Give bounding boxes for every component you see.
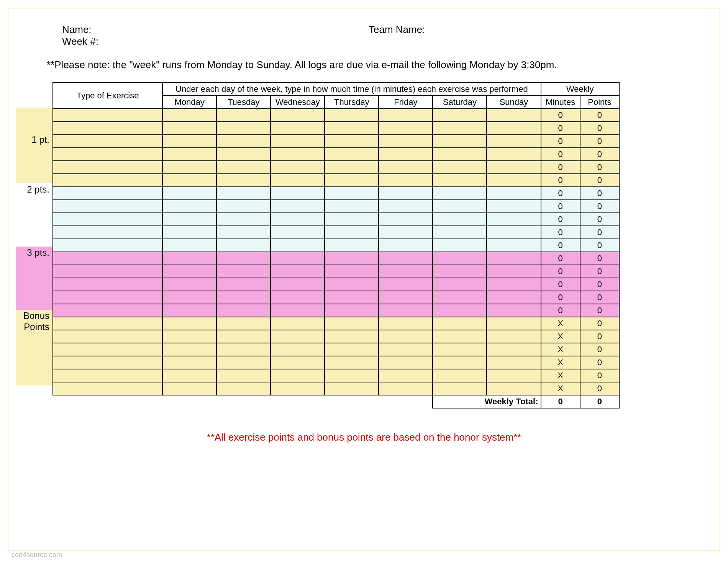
exercise-cell[interactable] [53,278,162,291]
day-cell[interactable] [216,278,271,291]
day-cell[interactable] [433,382,487,395]
day-cell[interactable] [487,148,541,161]
day-cell[interactable] [271,213,325,226]
day-cell[interactable] [271,304,325,317]
day-cell[interactable] [379,200,433,213]
day-cell[interactable] [162,239,216,252]
day-cell[interactable] [216,174,271,187]
day-cell[interactable] [379,330,433,343]
day-cell[interactable] [379,252,433,265]
exercise-cell[interactable] [53,304,162,317]
day-cell[interactable] [487,122,541,135]
exercise-cell[interactable] [53,356,162,369]
day-cell[interactable] [162,122,216,135]
day-cell[interactable] [379,135,433,148]
exercise-cell[interactable] [53,148,162,161]
day-cell[interactable] [162,135,216,148]
day-cell[interactable] [433,265,487,278]
exercise-cell[interactable] [53,252,162,265]
day-cell[interactable] [325,343,379,356]
day-cell[interactable] [162,356,216,369]
day-cell[interactable] [162,330,216,343]
day-cell[interactable] [216,369,271,382]
day-cell[interactable] [433,252,487,265]
day-cell[interactable] [325,369,379,382]
day-cell[interactable] [162,161,216,174]
day-cell[interactable] [487,213,541,226]
day-cell[interactable] [433,317,487,330]
day-cell[interactable] [379,174,433,187]
day-cell[interactable] [433,174,487,187]
exercise-cell[interactable] [53,187,162,200]
day-cell[interactable] [325,161,379,174]
exercise-cell[interactable] [53,226,162,239]
day-cell[interactable] [216,161,271,174]
day-cell[interactable] [379,304,433,317]
day-cell[interactable] [433,213,487,226]
exercise-cell[interactable] [53,109,162,122]
day-cell[interactable] [162,109,216,122]
day-cell[interactable] [487,343,541,356]
day-cell[interactable] [162,369,216,382]
day-cell[interactable] [216,252,271,265]
day-cell[interactable] [325,265,379,278]
exercise-cell[interactable] [53,239,162,252]
day-cell[interactable] [433,356,487,369]
day-cell[interactable] [271,200,325,213]
day-cell[interactable] [379,239,433,252]
day-cell[interactable] [162,291,216,304]
day-cell[interactable] [216,226,271,239]
day-cell[interactable] [162,226,216,239]
day-cell[interactable] [216,330,271,343]
exercise-cell[interactable] [53,369,162,382]
day-cell[interactable] [162,252,216,265]
exercise-cell[interactable] [53,135,162,148]
day-cell[interactable] [379,343,433,356]
day-cell[interactable] [379,278,433,291]
day-cell[interactable] [216,304,271,317]
day-cell[interactable] [325,135,379,148]
day-cell[interactable] [325,174,379,187]
day-cell[interactable] [271,226,325,239]
day-cell[interactable] [271,161,325,174]
day-cell[interactable] [379,148,433,161]
day-cell[interactable] [216,291,271,304]
day-cell[interactable] [325,148,379,161]
day-cell[interactable] [487,174,541,187]
day-cell[interactable] [216,265,271,278]
day-cell[interactable] [487,252,541,265]
day-cell[interactable] [162,148,216,161]
exercise-cell[interactable] [53,122,162,135]
day-cell[interactable] [162,213,216,226]
day-cell[interactable] [379,265,433,278]
day-cell[interactable] [162,304,216,317]
day-cell[interactable] [325,304,379,317]
day-cell[interactable] [433,109,487,122]
day-cell[interactable] [271,356,325,369]
day-cell[interactable] [216,148,271,161]
day-cell[interactable] [379,213,433,226]
day-cell[interactable] [325,122,379,135]
day-cell[interactable] [271,330,325,343]
day-cell[interactable] [379,226,433,239]
day-cell[interactable] [325,330,379,343]
day-cell[interactable] [271,109,325,122]
day-cell[interactable] [162,200,216,213]
exercise-cell[interactable] [53,317,162,330]
day-cell[interactable] [325,239,379,252]
day-cell[interactable] [271,291,325,304]
exercise-cell[interactable] [53,291,162,304]
day-cell[interactable] [271,317,325,330]
day-cell[interactable] [433,200,487,213]
day-cell[interactable] [379,369,433,382]
day-cell[interactable] [162,382,216,395]
day-cell[interactable] [487,317,541,330]
day-cell[interactable] [325,226,379,239]
day-cell[interactable] [271,343,325,356]
day-cell[interactable] [271,252,325,265]
day-cell[interactable] [487,109,541,122]
day-cell[interactable] [487,226,541,239]
day-cell[interactable] [379,161,433,174]
exercise-cell[interactable] [53,330,162,343]
day-cell[interactable] [487,330,541,343]
